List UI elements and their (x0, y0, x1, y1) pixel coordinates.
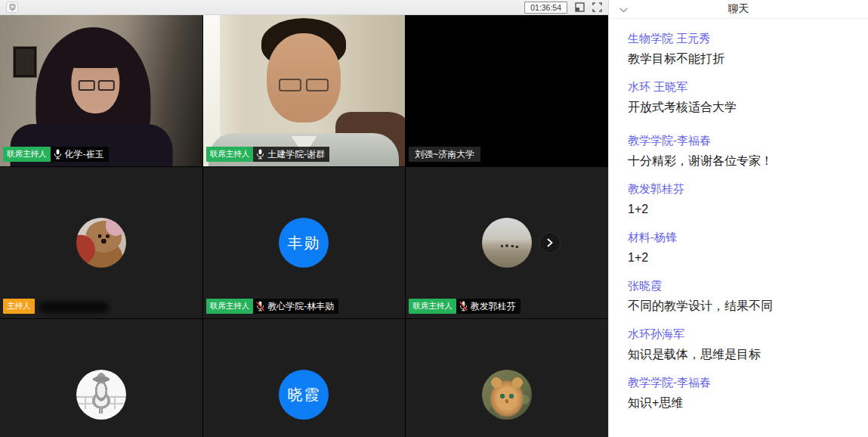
video-tile-guoguifen[interactable]: 联席主持人 教发郭桂芬 (406, 167, 608, 318)
cohost-badge: 联席主持人 (206, 299, 254, 314)
participant-name: 教发郭桂芬 (471, 300, 516, 313)
participant-label: 联席主持人 土建学院-谢群 (206, 147, 330, 162)
chat-header: 聊天 (609, 0, 868, 19)
next-page-button[interactable] (540, 233, 560, 253)
message-text: 知识+思维 (628, 392, 859, 414)
chat-title: 聊天 (728, 2, 749, 16)
message-text: 1+2 (628, 199, 859, 220)
message-sender[interactable]: 教学学院-李福春 (628, 372, 711, 392)
message-text: 开放式考核适合大学 (628, 97, 859, 118)
cohost-badge: 联席主持人 (206, 147, 254, 162)
cohost-badge: 联席主持人 (409, 299, 456, 314)
host-badge: 主持人 (3, 299, 35, 314)
chat-message: 生物学院 王元秀 教学目标不能打折 (628, 28, 859, 70)
security-shield-button[interactable] (6, 2, 18, 13)
video-tile-xiequn[interactable]: 联席主持人 土建学院-谢群 (203, 15, 406, 166)
video-tile-linfengxun[interactable]: 丰勋 联席主持人 教心学院-林丰勋 (203, 167, 406, 318)
person-glasses (279, 79, 329, 91)
blurred-participant-name (39, 302, 109, 313)
blue-initial-avatar: 丰勋 (279, 218, 329, 268)
person-glasses (79, 80, 115, 91)
participant-name: 刘强~济南大学 (415, 148, 474, 161)
mic-muted-icon (256, 301, 264, 311)
participant-label: 联席主持人 教发郭桂芬 (409, 299, 520, 314)
message-sender[interactable]: 材料-杨锋 (628, 227, 677, 247)
video-tile-cuiyu[interactable]: 联席主持人 化学-崔玉 (0, 15, 202, 166)
video-area: 01:36:54 (0, 0, 608, 437)
participant-label: 联席主持人 教心学院-林丰勋 (206, 299, 339, 314)
message-sender[interactable]: 水环孙海军 (628, 324, 684, 344)
chat-panel: 聊天 生物学院 王元秀 教学目标不能打折 水环 王晓军 开放式考核适合大学 教学… (608, 0, 868, 437)
blue-initial-avatar: 晓霞 (279, 370, 329, 420)
message-text: 十分精彩，谢谢各位专家！ (628, 150, 859, 172)
mic-on-icon (54, 149, 62, 160)
dog-photo-avatar (76, 218, 126, 268)
video-tile-host[interactable]: 主持人 (0, 167, 202, 318)
person-face (267, 33, 341, 122)
message-sender[interactable]: 教学学院-李福春 (628, 130, 711, 150)
meeting-topbar: 01:36:54 (0, 0, 608, 15)
video-tile-cat[interactable] (406, 319, 608, 437)
webcam-video-man (203, 15, 406, 166)
collapse-chat-button[interactable] (616, 3, 630, 17)
message-text: 不同的教学设计，结果不同 (628, 296, 859, 317)
video-tile-liuqiang[interactable]: 刘强~济南大学 (406, 15, 608, 166)
message-sender[interactable]: 教发郭桂芬 (628, 178, 684, 199)
participant-label: 刘强~济南大学 (409, 147, 480, 162)
message-sender[interactable]: 张晓霞 (628, 275, 662, 296)
person-bangs (66, 44, 122, 68)
layout-view-icon[interactable] (574, 2, 585, 13)
participant-name: 化学-崔玉 (65, 148, 104, 161)
mic-muted-icon (459, 301, 468, 311)
message-text: 知识是载体，思维是目标 (628, 344, 859, 365)
participant-label: 联席主持人 化学-崔玉 (3, 147, 109, 162)
security-shield-icon (9, 1, 16, 14)
participant-label: 主持人 (3, 299, 109, 314)
message-text: 1+2 (628, 247, 859, 268)
picture-frame (14, 47, 36, 77)
chat-message: 张晓霞 不同的教学设计，结果不同 (628, 275, 859, 317)
cohost-badge: 联席主持人 (3, 147, 51, 162)
chat-message: 水环孙海军 知识是载体，思维是目标 (628, 324, 859, 365)
participant-name: 土建学院-谢群 (267, 148, 325, 161)
fullscreen-icon[interactable] (592, 2, 602, 13)
chat-message: 材料-杨锋 1+2 (628, 227, 859, 268)
message-text: 教学目标不能打折 (628, 48, 859, 70)
mic-on-icon (256, 149, 264, 160)
video-tile-sketch[interactable] (0, 319, 202, 437)
chevron-right-icon (547, 238, 553, 247)
chat-message: 教发郭桂芬 1+2 (628, 178, 859, 220)
chat-message: 教学学院-李福春 十分精彩，谢谢各位专家！ (628, 130, 859, 172)
sketch-woman-avatar (76, 370, 126, 420)
meeting-timer: 01:36:54 (524, 2, 567, 14)
topbar-controls: 01:36:54 (524, 2, 602, 14)
webcam-video-woman (0, 15, 202, 166)
participant-name: 教心学院-林丰勋 (267, 300, 334, 313)
video-tile-xiaoxia[interactable]: 晓霞 (203, 319, 406, 437)
chevron-down-icon (619, 8, 628, 13)
cat-painting-avatar (482, 370, 532, 420)
chat-message-list[interactable]: 生物学院 王元秀 教学目标不能打折 水环 王晓军 开放式考核适合大学 教学学院-… (609, 19, 868, 437)
chat-message: 教学学院-李福春 知识+思维 (628, 372, 859, 414)
message-sender[interactable]: 水环 王晓军 (628, 76, 687, 97)
meeting-window: 01:36:54 (0, 0, 868, 437)
landscape-photo-avatar (482, 218, 532, 268)
message-sender[interactable]: 生物学院 王元秀 (628, 28, 710, 48)
chat-message: 水环 王晓军 开放式考核适合大学 (628, 76, 859, 118)
video-grid: 联席主持人 化学-崔玉 (0, 15, 608, 437)
